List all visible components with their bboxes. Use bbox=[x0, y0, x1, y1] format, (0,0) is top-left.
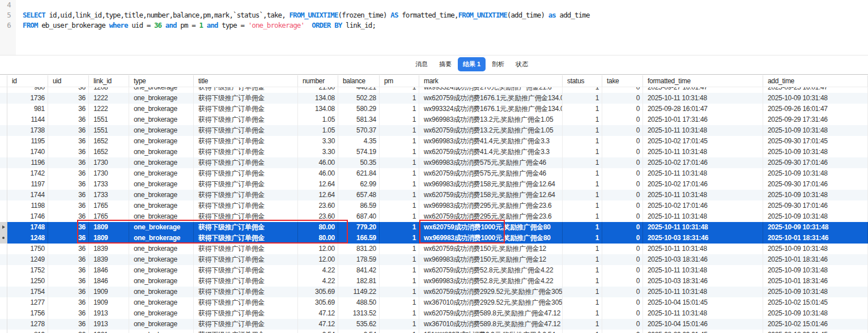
table-row[interactable]: 1250361846one_brokerage获得下级推广订单佣金4.22182… bbox=[0, 276, 868, 287]
cell-link_id[interactable]: 1730 bbox=[89, 157, 129, 168]
column-header-number[interactable]: number bbox=[298, 75, 338, 87]
cell-add_time[interactable]: 2025-10-02 15:01:45 bbox=[763, 297, 868, 308]
cell-uid[interactable]: 36 bbox=[48, 104, 89, 114]
cell-title[interactable]: 获得下级推广订单佣金 bbox=[194, 179, 298, 190]
cell-link_id[interactable]: 1765 bbox=[89, 211, 129, 222]
cell-pm[interactable]: 1 bbox=[380, 104, 419, 114]
column-header-status[interactable]: status bbox=[563, 75, 602, 87]
cell-number[interactable]: 80.00 bbox=[298, 222, 338, 233]
cell-take[interactable]: 0 bbox=[602, 157, 643, 168]
cell-add_time[interactable]: 2025-10-01 18:31:46 bbox=[763, 276, 868, 287]
table-row[interactable]: 1746361765one_brokerage获得下级推广订单佣金23.6068… bbox=[0, 211, 868, 222]
cell-balance[interactable]: 50.35 bbox=[338, 157, 380, 168]
cell-id[interactable]: 1249 bbox=[7, 254, 48, 265]
cell-link_id[interactable]: 1730 bbox=[89, 168, 129, 179]
cell-mark[interactable]: 151****8007成功消费0.9元,奖励推广佣金0.54 bbox=[419, 330, 563, 333]
cell-id[interactable]: 1752 bbox=[7, 265, 48, 276]
cell-type[interactable]: one_brokerage bbox=[129, 87, 194, 93]
cell-status[interactable]: 1 bbox=[563, 179, 602, 190]
column-header-mark[interactable]: mark bbox=[419, 75, 563, 87]
cell-formatted_time[interactable]: 2025-10-03 18:31:46 bbox=[643, 276, 763, 287]
cell-type[interactable]: one_brokerage bbox=[129, 222, 194, 233]
cell-formatted_time[interactable]: 2025-09-28 16:01:47 bbox=[643, 104, 763, 114]
cell-type[interactable]: one_brokerage bbox=[129, 147, 194, 157]
cell-pm[interactable]: 1 bbox=[380, 330, 419, 333]
cell-number[interactable]: 46.00 bbox=[298, 157, 338, 168]
row-gutter[interactable] bbox=[0, 93, 7, 104]
cell-number[interactable]: 12.00 bbox=[298, 254, 338, 265]
cell-status[interactable]: 1 bbox=[563, 104, 602, 114]
cell-status[interactable]: 1 bbox=[563, 125, 602, 136]
cell-number[interactable]: 134.08 bbox=[298, 93, 338, 104]
cell-balance[interactable]: 62.99 bbox=[338, 179, 380, 190]
table-row[interactable]: 1750361839one_brokerage获得下级推广订单佣金12.0083… bbox=[0, 244, 868, 254]
cell-pm[interactable]: 1 bbox=[380, 93, 419, 104]
cell-id[interactable]: 1756 bbox=[7, 308, 48, 319]
cell-uid[interactable]: 36 bbox=[48, 136, 89, 147]
cell-take[interactable]: 0 bbox=[602, 136, 643, 147]
cell-type[interactable]: one_brokerage bbox=[129, 244, 194, 254]
table-row[interactable]: 1196361730one_brokerage获得下级推广订单佣金46.0050… bbox=[0, 157, 868, 168]
cell-title[interactable]: 获得下级推广订单佣金 bbox=[194, 287, 298, 297]
cell-status[interactable]: 1 bbox=[563, 319, 602, 330]
cell-balance[interactable]: 581.34 bbox=[338, 114, 380, 125]
cell-mark[interactable]: wx969983成功消费41.4元,奖励推广佣金3.3 bbox=[419, 136, 563, 147]
cell-formatted_time[interactable]: 2025-10-11 10:31:48 bbox=[643, 244, 763, 254]
cell-status[interactable]: 1 bbox=[563, 244, 602, 254]
cell-mark[interactable]: wx620759成功消费150元,奖励推广佣金12 bbox=[419, 244, 563, 254]
cell-type[interactable]: one_brokerage bbox=[129, 265, 194, 276]
cell-link_id[interactable]: 1652 bbox=[89, 147, 129, 157]
cell-link_id[interactable]: 1551 bbox=[89, 114, 129, 125]
grid-body[interactable]: 980361208one_brokerage获得下级推广订单佣金21.60446… bbox=[0, 87, 868, 333]
cell-uid[interactable]: 36 bbox=[48, 114, 89, 125]
cell-type[interactable]: one_brokerage bbox=[129, 297, 194, 308]
cell-formatted_time[interactable]: 2025-10-02 17:01:46 bbox=[643, 179, 763, 190]
cell-pm[interactable]: 1 bbox=[380, 179, 419, 190]
cell-mark[interactable]: wx620759成功消费13.2元,奖励推广佣金1.05 bbox=[419, 125, 563, 136]
cell-status[interactable]: 1 bbox=[563, 114, 602, 125]
cell-title[interactable]: 获得下级推广订单佣金 bbox=[194, 93, 298, 104]
cell-mark[interactable]: wx969983成功消费13.2元,奖励推广佣金1.05 bbox=[419, 114, 563, 125]
cell-type[interactable]: one_brokerage bbox=[129, 125, 194, 136]
cell-add_time[interactable]: 2025-08-18 09:01:45 bbox=[763, 330, 868, 333]
cell-take[interactable]: 0 bbox=[602, 254, 643, 265]
cell-mark[interactable]: wx620759成功消费52.8元,奖励推广佣金4.22 bbox=[419, 265, 563, 276]
table-row[interactable]: 1277361909one_brokerage获得下级推广订单佣金305.694… bbox=[0, 297, 868, 308]
cell-add_time[interactable]: 2025-10-09 10:31:48 bbox=[763, 190, 868, 200]
cell-balance[interactable]: 687.40 bbox=[338, 211, 380, 222]
cell-link_id[interactable]: 1222 bbox=[89, 93, 129, 104]
cell-formatted_time[interactable]: 2025-10-01 17:31:46 bbox=[643, 114, 763, 125]
cell-status[interactable]: 1 bbox=[563, 265, 602, 276]
cell-take[interactable]: 0 bbox=[602, 233, 643, 244]
cell-mark[interactable]: wx620759成功消费41.4元,奖励推广佣金3.3 bbox=[419, 147, 563, 157]
cell-mark[interactable]: wx969983成功消费295元,奖励推广佣金23.6 bbox=[419, 200, 563, 211]
row-gutter[interactable] bbox=[0, 319, 7, 330]
cell-id[interactable]: 1198 bbox=[7, 200, 48, 211]
cell-type[interactable]: one_brokerage bbox=[129, 157, 194, 168]
table-row[interactable]: 980361208one_brokerage获得下级推广订单佣金21.60446… bbox=[0, 87, 868, 93]
cell-balance[interactable]: 1313.52 bbox=[338, 308, 380, 319]
cell-type[interactable]: one_brokerage bbox=[129, 254, 194, 265]
cell-link_id[interactable]: 1652 bbox=[89, 136, 129, 147]
cell-formatted_time[interactable]: 2025-10-11 10:31:48 bbox=[643, 125, 763, 136]
cell-balance[interactable]: 1149.22 bbox=[338, 287, 380, 297]
cell-balance[interactable]: 535.62 bbox=[338, 319, 380, 330]
cell-link_id[interactable]: 1839 bbox=[89, 244, 129, 254]
cell-mark[interactable]: wx620759成功消费295元,奖励推广佣金23.6 bbox=[419, 211, 563, 222]
cell-id[interactable]: 1248 bbox=[7, 233, 48, 244]
cell-link_id[interactable]: 1909 bbox=[89, 287, 129, 297]
cell-uid[interactable]: 36 bbox=[48, 87, 89, 93]
row-gutter[interactable] bbox=[0, 308, 7, 319]
cell-pm[interactable]: 1 bbox=[380, 136, 419, 147]
cell-balance[interactable]: 488.50 bbox=[338, 297, 380, 308]
row-gutter[interactable] bbox=[0, 276, 7, 287]
result-tab[interactable]: 状态 bbox=[516, 57, 528, 71]
cell-type[interactable]: one_brokerage bbox=[129, 168, 194, 179]
cell-add_time[interactable]: 2025-10-09 10:31:48 bbox=[763, 147, 868, 157]
table-row[interactable]: 1752361846one_brokerage获得下级推广订单佣金4.22841… bbox=[0, 265, 868, 276]
cell-balance[interactable]: 86.59 bbox=[338, 200, 380, 211]
cell-mark[interactable]: wx969983成功消费150元,奖励推广佣金12 bbox=[419, 254, 563, 265]
cell-id[interactable]: 1197 bbox=[7, 179, 48, 190]
column-header-id[interactable]: id bbox=[7, 75, 48, 87]
cell-link_id[interactable]: 1839 bbox=[89, 254, 129, 265]
